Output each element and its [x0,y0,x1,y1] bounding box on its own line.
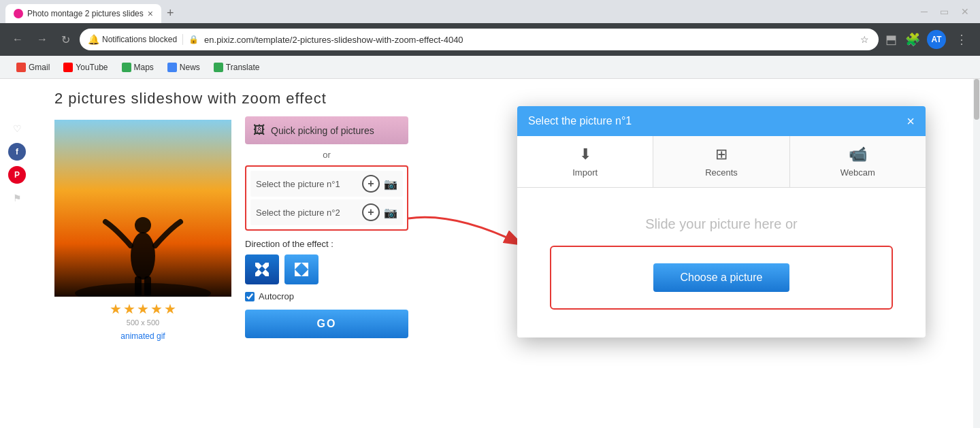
controls-panel: 🖼 Quick picking of pictures or Select th… [245,116,408,338]
maps-label: Maps [134,63,154,72]
drop-zone[interactable]: Choose a picture [550,246,893,310]
social-icons: ♡ f P ⚑ [8,120,26,207]
tab-import[interactable]: ⬇ Import [517,136,653,187]
news-label: News [180,63,200,72]
svg-marker-12 [295,269,301,276]
star-4: ★ [150,301,163,317]
scrollbar-thumb[interactable] [974,79,979,120]
webcam-icon: 📹 [849,146,867,163]
cast-button[interactable]: ⬒ [884,31,898,48]
dialog-close-button[interactable]: × [906,114,915,128]
quick-pick-icon: 🖼 [253,123,265,137]
svg-marker-8 [255,269,262,276]
add-pic1-button[interactable]: + [362,175,380,193]
bookmarks-bar: Gmail YouTube Maps News Translate [0,56,980,79]
select-pic1-label: Select the picture n°1 [256,179,358,189]
translate-favicon [214,63,223,72]
svg-marker-13 [301,263,308,269]
quick-pick-button[interactable]: 🖼 Quick picking of pictures [245,116,408,144]
direction-inward-button[interactable] [245,254,279,284]
star-5: ★ [164,301,176,317]
address-bar: ← → ↻ 🔔 Notifications blocked 🔒 en.pixiz… [0,23,980,56]
tab-webcam-label: Webcam [840,167,875,178]
quick-pick-label: Quick picking of pictures [271,125,374,136]
camera-pic1-button[interactable]: 📷 [384,178,397,191]
tab-recents[interactable]: ⊞ Recents [653,136,789,187]
select-pic1-row: Select the picture n°1 + 📷 [250,171,403,197]
youtube-label: YouTube [76,63,108,72]
forward-button[interactable]: → [33,31,52,48]
minimize-button[interactable]: ─ [915,0,933,23]
autocrop-checkbox[interactable] [245,292,255,301]
star-3: ★ [137,301,149,317]
maximize-button[interactable]: ▭ [934,0,954,23]
title-bar: Photo montage 2 pictures slides × + ─ ▭ … [0,0,980,23]
direction-label: Direction of the effect : [245,239,408,249]
import-icon: ⬇ [579,146,591,163]
tab-recents-label: Recents [705,167,738,178]
recents-icon: ⊞ [715,146,728,163]
bookmark-news[interactable]: News [162,60,206,75]
active-tab[interactable]: Photo montage 2 pictures slides × [5,4,161,23]
autocrop-label: Autocrop [259,291,294,301]
address-input-wrap: 🔔 Notifications blocked 🔒 en.pixiz.com/t… [80,29,879,50]
image-size: 500 x 500 [54,318,231,327]
notification-icon: 🔔 [88,34,99,45]
or-divider: or [245,150,408,160]
select-pic2-label: Select the picture n°2 [256,208,358,218]
go-button[interactable]: GO [245,310,408,338]
notifications-blocked[interactable]: 🔔 Notifications blocked [88,34,183,45]
lock-icon: 🔒 [189,35,199,44]
bookmark-gmail[interactable]: Gmail [11,60,55,75]
heart-icon[interactable]: ♡ [8,120,26,137]
dialog-title: Select the picture n°1 [528,115,632,127]
more-options-button[interactable]: ⋮ [951,31,972,48]
flag-icon[interactable]: ⚑ [8,189,26,207]
bookmark-translate[interactable]: Translate [208,60,265,75]
star-rating: ★ ★ ★ ★ ★ [54,301,231,317]
page-content: ♡ f P ⚑ 2 pictures slideshow with zoom e… [0,79,980,428]
svg-marker-11 [301,269,308,276]
maps-favicon [122,63,131,72]
picture-dialog: Select the picture n°1 × ⬇ Import ⊞ Rece… [517,106,926,338]
select-pic2-row: Select the picture n°2 + 📷 [250,199,403,225]
direction-outward-button[interactable] [284,254,318,284]
bookmark-youtube[interactable]: YouTube [58,60,113,75]
browser-chrome: Photo montage 2 pictures slides × + ─ ▭ … [0,0,980,79]
select-pictures-box: Select the picture n°1 + 📷 Select the pi… [245,165,408,231]
camera-pic2-button[interactable]: 📷 [384,206,397,219]
star-1: ★ [110,301,122,317]
scrollbar[interactable] [973,79,980,428]
tab-import-label: Import [572,167,598,178]
add-pic2-button[interactable]: + [362,203,380,221]
preview-image [54,120,231,297]
animated-gif-link: animated gif [54,329,231,342]
url-text[interactable]: en.pixiz.com/template/2-pictures-slidesh… [204,35,853,45]
animated-gif-anchor[interactable]: animated gif [120,331,165,341]
gmail-label: Gmail [29,63,50,72]
bookmark-maps[interactable]: Maps [116,60,159,75]
dialog-body: Slide your picture here or Choose a pict… [517,188,926,338]
bookmark-star-btn[interactable]: ☆ [859,33,870,46]
dialog-tabs: ⬇ Import ⊞ Recents 📹 Webcam [517,136,926,188]
notifications-blocked-text: Notifications blocked [102,35,177,44]
svg-point-1 [131,232,155,280]
star-2: ★ [123,301,135,317]
tab-webcam[interactable]: 📹 Webcam [790,136,926,187]
svg-marker-6 [255,263,262,269]
pinterest-icon[interactable]: P [8,166,26,184]
autocrop-row: Autocrop [245,291,408,301]
slide-text: Slide your picture here or [645,216,797,232]
facebook-icon[interactable]: f [8,143,26,161]
back-button[interactable]: ← [8,31,27,48]
extensions-button[interactable]: 🧩 [904,31,921,48]
close-window-button[interactable]: ✕ [956,0,975,23]
new-tab-button[interactable]: + [161,3,180,23]
tab-close-btn[interactable]: × [148,8,153,19]
gmail-favicon [16,63,26,72]
svg-point-2 [135,217,151,233]
reload-button[interactable]: ↻ [57,31,74,49]
profile-button[interactable]: AT [927,30,946,49]
dialog-header: Select the picture n°1 × [517,106,926,136]
choose-picture-button[interactable]: Choose a picture [653,263,790,292]
